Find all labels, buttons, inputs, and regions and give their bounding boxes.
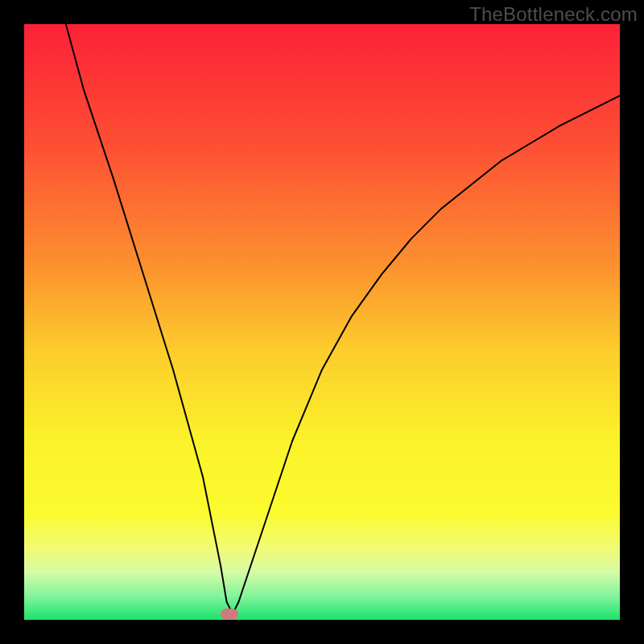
chart-area: [24, 24, 620, 620]
optimal-point-marker: [221, 609, 238, 620]
watermark-text: TheBottleneck.com: [469, 3, 638, 26]
bottleneck-curve: [24, 24, 620, 620]
